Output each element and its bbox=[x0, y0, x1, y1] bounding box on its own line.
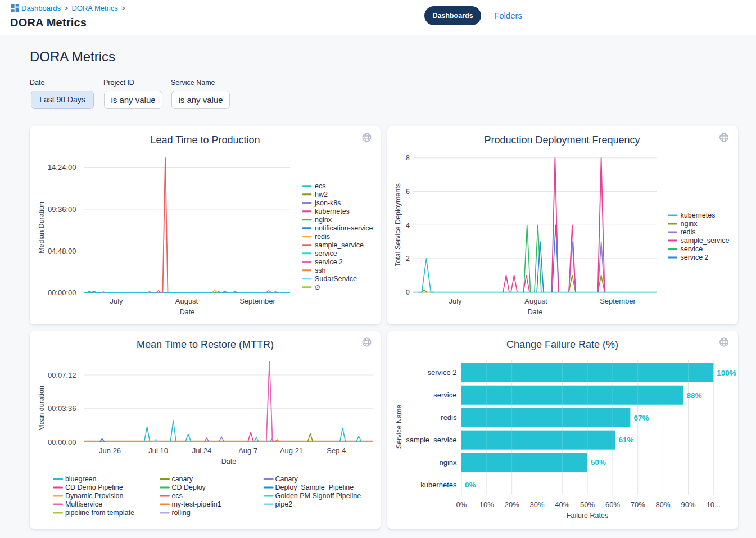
svg-text:ecs: ecs bbox=[171, 492, 182, 500]
svg-text:service 2: service 2 bbox=[681, 254, 709, 261]
svg-text:30%: 30% bbox=[529, 500, 544, 509]
svg-text:Date: Date bbox=[528, 308, 542, 316]
svg-text:Failure Rates: Failure Rates bbox=[567, 512, 608, 519]
svg-text:service 2: service 2 bbox=[427, 368, 456, 377]
svg-text:10...: 10... bbox=[707, 500, 721, 509]
svg-text:Production Deployment Frequenc: Production Deployment Frequency bbox=[484, 134, 640, 146]
svg-text:rolling: rolling bbox=[171, 509, 190, 517]
svg-text:service 2: service 2 bbox=[315, 258, 343, 266]
svg-text:90%: 90% bbox=[681, 500, 695, 509]
svg-text:August: August bbox=[175, 297, 198, 305]
svg-text:Date: Date bbox=[221, 458, 236, 465]
svg-text:Canary: Canary bbox=[275, 475, 298, 483]
svg-text:2: 2 bbox=[406, 254, 410, 263]
svg-text:September: September bbox=[600, 297, 636, 305]
svg-text:Total Service Deployments: Total Service Deployments bbox=[394, 183, 402, 266]
svg-text:nginx: nginx bbox=[439, 458, 457, 467]
svg-text:∅: ∅ bbox=[315, 284, 320, 291]
svg-text:20%: 20% bbox=[505, 500, 519, 509]
svg-text:Change Failure Rate (%): Change Failure Rate (%) bbox=[506, 339, 618, 350]
svg-text:Mean duration: Mean duration bbox=[38, 386, 46, 431]
svg-text:canary: canary bbox=[171, 475, 193, 483]
svg-text:00:00:00: 00:00:00 bbox=[48, 288, 76, 297]
svg-text:service: service bbox=[433, 391, 456, 399]
svg-text:40%: 40% bbox=[555, 500, 569, 509]
svg-text:70%: 70% bbox=[631, 500, 645, 509]
svg-text:service: service bbox=[315, 250, 337, 257]
svg-text:67%: 67% bbox=[633, 414, 649, 422]
svg-text:ssh: ssh bbox=[315, 266, 326, 274]
svg-text:Jun 26: Jun 26 bbox=[99, 446, 121, 455]
svg-text:0: 0 bbox=[406, 288, 410, 296]
svg-text:kubernetes: kubernetes bbox=[315, 207, 350, 215]
svg-text:redis: redis bbox=[441, 413, 457, 422]
svg-text:Aug 21: Aug 21 bbox=[280, 446, 303, 455]
svg-text:sample_service: sample_service bbox=[406, 436, 456, 444]
svg-text:sample_service: sample_service bbox=[681, 237, 730, 245]
svg-text:redis: redis bbox=[315, 233, 330, 241]
svg-text:September: September bbox=[239, 297, 275, 305]
svg-text:61%: 61% bbox=[619, 436, 634, 444]
svg-text:nginx: nginx bbox=[315, 216, 332, 224]
svg-text:Mean Time to Restore (MTTR): Mean Time to Restore (MTTR) bbox=[137, 339, 274, 350]
svg-text:50%: 50% bbox=[580, 500, 595, 509]
svg-text:4: 4 bbox=[406, 221, 410, 229]
svg-text:pipeline from template: pipeline from template bbox=[65, 509, 134, 517]
svg-text:CD Deploy: CD Deploy bbox=[171, 483, 206, 491]
svg-text:Service Name: Service Name bbox=[395, 405, 403, 449]
svg-text:0%: 0% bbox=[465, 481, 476, 489]
svg-text:80%: 80% bbox=[656, 500, 671, 509]
svg-text:notification-service: notification-service bbox=[315, 224, 373, 232]
svg-text:8: 8 bbox=[406, 153, 410, 162]
svg-text:Date: Date bbox=[180, 308, 194, 316]
svg-text:August: August bbox=[524, 297, 547, 305]
svg-text:redis: redis bbox=[681, 228, 696, 236]
svg-text:pipe2: pipe2 bbox=[275, 500, 293, 508]
svg-text:kubernetes: kubernetes bbox=[420, 481, 457, 489]
svg-text:July: July bbox=[449, 297, 462, 305]
svg-text:Multiservice: Multiservice bbox=[65, 500, 102, 508]
svg-text:Deploy_Sample_Pipeline: Deploy_Sample_Pipeline bbox=[275, 483, 354, 491]
svg-text:10%: 10% bbox=[479, 500, 494, 509]
svg-text:6: 6 bbox=[406, 187, 410, 196]
svg-text:Lead Time to Production: Lead Time to Production bbox=[150, 134, 260, 146]
svg-text:CD Demo Pipeline: CD Demo Pipeline bbox=[65, 483, 123, 491]
svg-text:00:03:36: 00:03:36 bbox=[48, 404, 76, 413]
svg-text:sample_service: sample_service bbox=[315, 241, 364, 249]
svg-text:00:07:12: 00:07:12 bbox=[48, 371, 76, 379]
svg-text:Dynamic Provision: Dynamic Provision bbox=[65, 492, 124, 500]
svg-text:00:00:00: 00:00:00 bbox=[48, 438, 76, 446]
svg-text:Golden PM Signoff Pipeline: Golden PM Signoff Pipeline bbox=[275, 492, 361, 500]
svg-text:service: service bbox=[681, 245, 703, 253]
svg-text:bluegreen: bluegreen bbox=[65, 475, 97, 483]
svg-text:Aug 7: Aug 7 bbox=[238, 446, 257, 455]
svg-text:0%: 0% bbox=[456, 500, 467, 509]
svg-text:hw2: hw2 bbox=[315, 191, 328, 198]
svg-text:nginx: nginx bbox=[681, 220, 698, 228]
svg-text:04:48:00: 04:48:00 bbox=[48, 247, 76, 255]
svg-text:July: July bbox=[110, 297, 123, 305]
svg-text:50%: 50% bbox=[591, 458, 606, 467]
svg-text:json-k8s: json-k8s bbox=[314, 199, 341, 207]
svg-text:Jul 10: Jul 10 bbox=[148, 446, 168, 455]
svg-text:100%: 100% bbox=[717, 369, 736, 377]
svg-text:my-test-pipelin1: my-test-pipelin1 bbox=[171, 500, 221, 508]
svg-text:Jul 24: Jul 24 bbox=[192, 446, 212, 455]
svg-text:60%: 60% bbox=[605, 500, 620, 509]
svg-text:Sep 4: Sep 4 bbox=[327, 446, 346, 455]
svg-text:ecs: ecs bbox=[315, 182, 325, 190]
svg-text:09:36:00: 09:36:00 bbox=[48, 205, 76, 214]
svg-text:88%: 88% bbox=[687, 391, 702, 400]
svg-text:SudarService: SudarService bbox=[315, 275, 357, 283]
svg-text:Median Duration: Median Duration bbox=[38, 202, 46, 254]
svg-text:14:24:00: 14:24:00 bbox=[48, 163, 76, 171]
svg-text:kubernetes: kubernetes bbox=[681, 211, 716, 219]
